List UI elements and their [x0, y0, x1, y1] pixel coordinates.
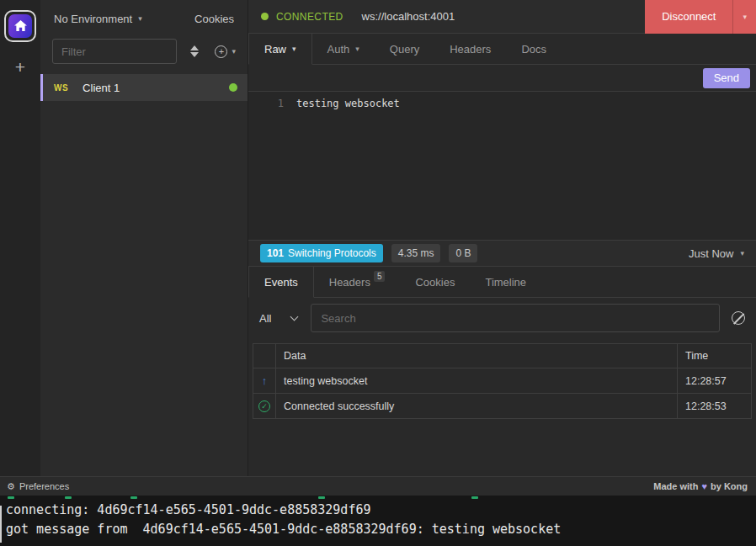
table-row[interactable]: ✓ Connected successfully 12:28:53	[253, 393, 751, 418]
chevron-down-icon: ▾	[232, 47, 236, 56]
plus-circle-icon: +	[215, 45, 227, 58]
response-size-badge: 0 B	[449, 244, 477, 262]
activity-bar: +	[0, 0, 40, 476]
line-number: 1	[248, 98, 284, 240]
chevron-down-icon: ▾	[292, 45, 296, 53]
ws-protocol-tag: WS	[54, 83, 68, 93]
events-search-input[interactable]	[311, 304, 720, 332]
chevron-down-icon: ▾	[138, 14, 142, 23]
add-request-button[interactable]: + ▾	[215, 45, 236, 58]
events-table: Data Time ↑ testing websocket 12:28:57 ✓…	[253, 343, 752, 419]
terminal-clipped-line	[0, 496, 756, 499]
send-button[interactable]: Send	[703, 68, 750, 88]
connection-status-label: CONNECTED	[276, 11, 343, 23]
tab-events[interactable]: Events	[248, 267, 314, 298]
main-panel: CONNECTED ws://localhost:4001 Disconnect…	[248, 0, 756, 476]
tab-query[interactable]: Query	[375, 34, 434, 64]
tab-response-headers[interactable]: Headers 5	[314, 267, 401, 297]
home-icon	[8, 14, 32, 38]
chevron-down-icon: ▾	[740, 249, 744, 257]
terminal-output: connecting: 4d69cf14-e565-4501-9ddc-e885…	[0, 496, 756, 546]
connected-status-dot	[229, 83, 237, 92]
environment-label: No Environment	[54, 13, 132, 25]
events-filter-row: All	[248, 298, 756, 338]
websocket-url[interactable]: ws://localhost:4001	[362, 10, 455, 23]
response-history-dropdown[interactable]: Just Now ▾	[689, 247, 744, 260]
filter-input[interactable]	[52, 39, 177, 64]
tab-docs[interactable]: Docs	[506, 34, 562, 64]
chevron-down-icon: ▾	[355, 45, 359, 53]
tab-auth[interactable]: Auth ▾	[312, 34, 375, 64]
headers-count-badge: 5	[374, 271, 386, 282]
sent-message-arrow-icon: ↑	[262, 374, 268, 387]
status-code-badge: 101 Switching Protocols	[260, 244, 383, 262]
table-row[interactable]: ↑ testing websocket 12:28:57	[253, 368, 751, 393]
tab-timeline[interactable]: Timeline	[470, 267, 541, 297]
kong-credit: Made with ♥ by Kong	[653, 481, 748, 491]
event-type-select[interactable]: All	[259, 312, 297, 325]
client-name: Client 1	[83, 82, 120, 94]
clear-events-icon[interactable]	[732, 311, 745, 325]
terminal-edge-highlight	[0, 506, 2, 543]
connected-check-icon: ✓	[258, 400, 270, 412]
response-time-badge: 4.35 ms	[391, 244, 441, 262]
send-row: Send	[248, 65, 756, 92]
environment-selector[interactable]: No Environment ▾	[54, 13, 142, 25]
message-editor[interactable]: 1 testing websocket	[248, 92, 756, 240]
column-header-data: Data	[275, 344, 677, 368]
tab-headers[interactable]: Headers	[434, 34, 506, 64]
request-tab-bar: Raw ▾ Auth ▾ Query Headers Docs	[248, 34, 756, 65]
sidebar-header: No Environment ▾ Cookies	[40, 0, 248, 37]
cookies-button[interactable]: Cookies	[194, 13, 234, 25]
sort-icon[interactable]	[190, 45, 199, 57]
chevron-down-icon: ▾	[743, 13, 747, 21]
sidebar: No Environment ▾ Cookies + ▾ WS Client 1	[40, 0, 248, 476]
terminal-line: connecting: 4d69cf14-e565-4501-9ddc-e885…	[6, 501, 756, 520]
response-tab-bar: Events Headers 5 Cookies Timeline	[248, 267, 756, 298]
tab-response-cookies[interactable]: Cookies	[400, 267, 470, 297]
preferences-button[interactable]: ⚙ Preferences	[7, 481, 69, 492]
tab-raw[interactable]: Raw ▾	[248, 34, 312, 65]
insomnia-window: + No Environment ▾ Cookies + ▾ WS Client…	[0, 0, 756, 476]
new-project-button[interactable]: +	[15, 57, 25, 77]
disconnect-button[interactable]: Disconnect ▾	[645, 0, 756, 34]
column-header-time: Time	[677, 344, 751, 368]
table-header-row: Data Time	[253, 344, 751, 368]
sidebar-filter-row: + ▾	[40, 37, 248, 64]
chevron-down-icon	[290, 312, 299, 321]
editor-content[interactable]: testing websocket	[296, 98, 400, 240]
home-button[interactable]	[4, 10, 36, 42]
status-bar: ⚙ Preferences Made with ♥ by Kong	[0, 476, 756, 496]
sidebar-item-client-1[interactable]: WS Client 1	[40, 74, 248, 101]
disconnect-options-caret[interactable]: ▾	[732, 0, 756, 34]
response-status-row: 101 Switching Protocols 4.35 ms 0 B Just…	[248, 240, 756, 267]
connection-status-dot	[261, 13, 269, 20]
terminal-line: got message from 4d69cf14-e565-4501-9ddc…	[6, 520, 756, 539]
heart-icon: ♥	[701, 481, 707, 491]
gear-icon: ⚙	[7, 481, 15, 492]
url-bar: CONNECTED ws://localhost:4001 Disconnect…	[248, 0, 756, 34]
